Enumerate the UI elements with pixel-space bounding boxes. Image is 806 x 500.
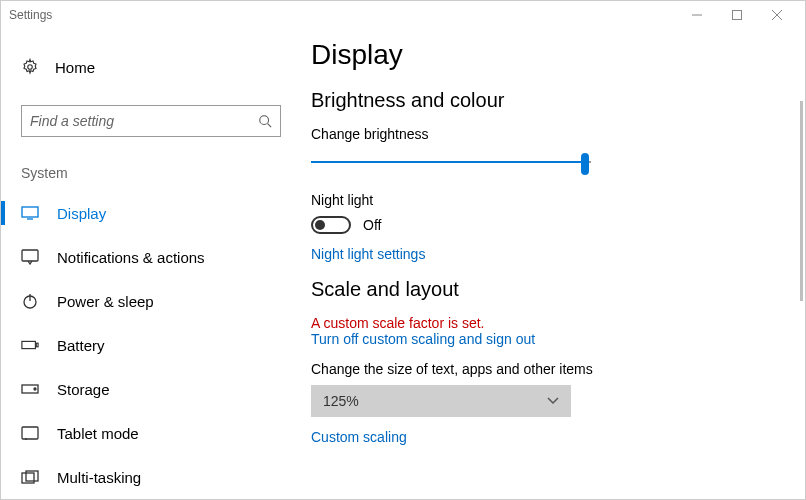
- section-scale: Scale and layout: [311, 278, 765, 301]
- svg-point-15: [34, 388, 36, 390]
- slider-fill: [311, 161, 585, 163]
- sidebar-item-tablet[interactable]: Tablet mode: [21, 411, 281, 455]
- tablet-icon: [21, 426, 39, 440]
- sidebar-item-label: Display: [57, 205, 106, 222]
- sidebar-item-label: Notifications & actions: [57, 249, 205, 266]
- content-pane: Display Brightness and colour Change bri…: [301, 29, 805, 499]
- night-light-toggle[interactable]: [311, 216, 351, 234]
- scale-label: Change the size of text, apps and other …: [311, 361, 765, 377]
- chevron-down-icon: [547, 397, 559, 405]
- sidebar-item-power[interactable]: Power & sleep: [21, 279, 281, 323]
- multitasking-icon: [21, 470, 39, 484]
- svg-point-4: [28, 65, 33, 70]
- storage-icon: [21, 384, 39, 394]
- notification-icon: [21, 249, 39, 265]
- sidebar-item-label: Power & sleep: [57, 293, 154, 310]
- sidebar-item-label: Storage: [57, 381, 110, 398]
- brightness-label: Change brightness: [311, 126, 765, 142]
- search-field[interactable]: [30, 113, 258, 129]
- svg-rect-12: [22, 341, 36, 348]
- night-light-state: Off: [363, 217, 381, 233]
- scale-warning: A custom scale factor is set.: [311, 315, 765, 331]
- search-icon: [258, 114, 272, 128]
- svg-point-5: [260, 116, 269, 125]
- turn-off-scaling-link[interactable]: Turn off custom scaling and sign out: [311, 331, 535, 347]
- scale-dropdown[interactable]: 125%: [311, 385, 571, 417]
- sidebar-item-label: Battery: [57, 337, 105, 354]
- close-button[interactable]: [757, 1, 797, 29]
- sidebar-item-display[interactable]: Display: [21, 191, 281, 235]
- maximize-button[interactable]: [717, 1, 757, 29]
- sidebar-section-header: System: [21, 165, 281, 181]
- sidebar-item-multitasking[interactable]: Multi-tasking: [21, 455, 281, 499]
- night-light-settings-link[interactable]: Night light settings: [311, 246, 425, 262]
- sidebar-item-storage[interactable]: Storage: [21, 367, 281, 411]
- sidebar-item-label: Tablet mode: [57, 425, 139, 442]
- search-input[interactable]: [21, 105, 281, 137]
- power-icon: [21, 293, 39, 309]
- home-button[interactable]: Home: [21, 47, 281, 87]
- svg-rect-9: [22, 250, 38, 261]
- monitor-icon: [21, 206, 39, 220]
- page-title: Display: [311, 39, 765, 71]
- slider-thumb[interactable]: [581, 153, 589, 175]
- sidebar-item-notifications[interactable]: Notifications & actions: [21, 235, 281, 279]
- section-brightness: Brightness and colour: [311, 89, 765, 112]
- scrollbar[interactable]: [800, 101, 803, 301]
- minimize-button[interactable]: [677, 1, 717, 29]
- sidebar-item-label: Multi-tasking: [57, 469, 141, 486]
- toggle-knob: [315, 220, 325, 230]
- night-light-label: Night light: [311, 192, 765, 208]
- window-controls: [677, 1, 797, 29]
- sidebar-item-battery[interactable]: Battery: [21, 323, 281, 367]
- svg-rect-7: [22, 207, 38, 217]
- brightness-slider[interactable]: [311, 150, 591, 174]
- battery-icon: [21, 339, 39, 351]
- gear-icon: [21, 58, 39, 76]
- svg-line-6: [268, 124, 272, 128]
- home-label: Home: [55, 59, 95, 76]
- svg-rect-13: [36, 343, 38, 347]
- custom-scaling-link[interactable]: Custom scaling: [311, 429, 407, 445]
- svg-rect-1: [733, 11, 742, 20]
- titlebar: Settings: [1, 1, 805, 29]
- svg-rect-16: [22, 427, 38, 439]
- scale-dropdown-value: 125%: [323, 393, 359, 409]
- window-title: Settings: [9, 8, 52, 22]
- sidebar: Home System Display Notifications & acti…: [1, 29, 301, 499]
